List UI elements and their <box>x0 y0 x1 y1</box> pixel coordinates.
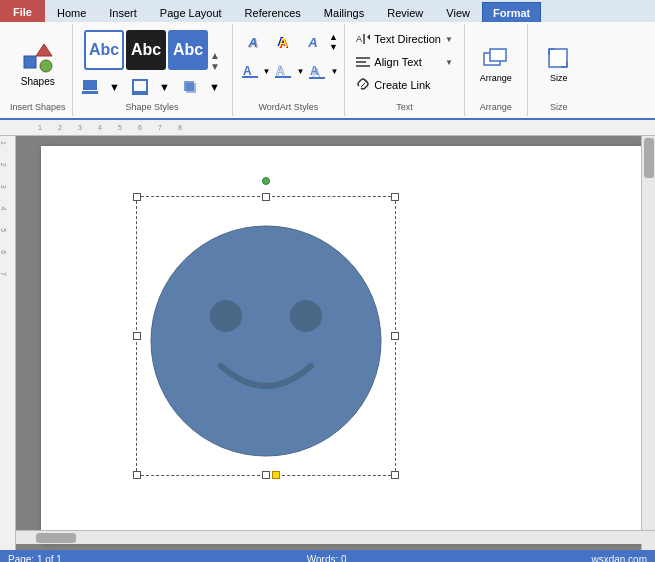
wordart-styles-group-label: WordArt Styles <box>259 100 319 112</box>
shape-styles-group-label: Shape Styles <box>126 100 179 112</box>
text-outline-arrow[interactable]: ▼ <box>296 67 304 76</box>
svg-rect-0 <box>24 56 36 68</box>
svg-rect-5 <box>133 80 147 92</box>
wordart-style-3[interactable]: A <box>299 28 327 56</box>
text-effects-arrow[interactable]: ▼ <box>330 67 338 76</box>
text-direction-arrow: ▼ <box>445 35 453 44</box>
text-outline-icon: A <box>275 63 291 79</box>
svg-rect-12 <box>275 76 291 78</box>
size-group-label: Size <box>550 100 568 112</box>
size-icon <box>545 45 573 73</box>
svg-point-2 <box>40 60 52 72</box>
wordart-styles-row: A A A ▲ ▼ <box>239 28 338 56</box>
word-count: Words: 0 <box>307 554 347 563</box>
shape-styles-more[interactable]: ▲ ▼ <box>210 28 220 72</box>
tab-format[interactable]: Format <box>482 2 541 22</box>
handle-top-left[interactable] <box>133 193 141 201</box>
tab-insert[interactable]: Insert <box>98 2 148 22</box>
shape-fill-arrow[interactable]: ▼ <box>104 76 126 98</box>
svg-text:A: A <box>356 34 362 44</box>
svg-text:A: A <box>276 64 285 78</box>
tab-mailings[interactable]: Mailings <box>313 2 375 22</box>
handle-bottom-right[interactable] <box>391 471 399 479</box>
text-outline-button[interactable]: A <box>272 60 294 82</box>
text-direction-button[interactable]: A Text Direction ▼ <box>351 28 458 50</box>
ribbon-group-shape-styles: Abc Abc Abc ▲ ▼ ▼ ▼ <box>73 24 233 116</box>
align-text-arrow: ▼ <box>445 58 453 67</box>
text-effects-button[interactable]: AA <box>306 60 328 82</box>
selection-box <box>136 196 396 476</box>
shape-outline-button[interactable] <box>129 76 151 98</box>
insert-shapes-group-label: Insert Shapes <box>10 100 66 112</box>
handle-yellow[interactable] <box>272 471 280 479</box>
arrange-group-label: Arrange <box>480 100 512 112</box>
handle-top-center[interactable] <box>262 193 270 201</box>
horizontal-ruler: 1 2 3 4 5 6 7 8 <box>0 120 655 136</box>
align-text-button[interactable]: Align Text ▼ <box>351 51 458 73</box>
ribbon-group-arrange: Arrange Arrange <box>465 24 528 116</box>
shapes-button[interactable]: Shapes <box>13 30 63 98</box>
ribbon-group-size: Size Size <box>528 24 590 116</box>
create-link-button[interactable]: Create Link <box>351 74 458 96</box>
size-label: Size <box>550 73 568 83</box>
size-button[interactable]: Size <box>534 34 584 94</box>
tab-file[interactable]: File <box>0 0 45 22</box>
ribbon-group-insert-shapes: Shapes Insert Shapes <box>4 24 73 116</box>
tab-review[interactable]: Review <box>376 2 434 22</box>
scroll-thumb-v[interactable] <box>644 138 654 178</box>
arrange-button[interactable]: Arrange <box>471 34 521 94</box>
vertical-scrollbar[interactable] <box>641 136 655 550</box>
wordart-style-1[interactable]: A <box>239 28 267 56</box>
website-label: wsxdan.com <box>591 554 647 563</box>
svg-rect-8 <box>186 83 196 93</box>
tab-home[interactable]: Home <box>46 2 97 22</box>
page-indicator: Page: 1 of 1 <box>8 554 62 563</box>
shape-outline-arrow[interactable]: ▼ <box>154 76 176 98</box>
create-link-icon <box>356 78 370 92</box>
svg-rect-10 <box>242 76 258 78</box>
ribbon-tab-bar: File Home Insert Page Layout References … <box>0 0 655 22</box>
ribbon-group-text: A Text Direction ▼ Align Text ▼ <box>345 24 465 116</box>
shapes-label: Shapes <box>21 76 55 87</box>
shape-style-1[interactable]: Abc <box>84 30 124 70</box>
handle-middle-left[interactable] <box>133 332 141 340</box>
text-fill-arrow[interactable]: ▼ <box>263 67 271 76</box>
tab-view[interactable]: View <box>435 2 481 22</box>
align-text-icon <box>356 55 370 69</box>
rotate-handle[interactable] <box>262 177 270 185</box>
wordart-style-2[interactable]: A <box>269 28 297 56</box>
handle-bottom-left[interactable] <box>133 471 141 479</box>
handle-middle-right[interactable] <box>391 332 399 340</box>
handle-bottom-center[interactable] <box>262 471 270 479</box>
horizontal-scrollbar[interactable] <box>16 530 655 544</box>
svg-rect-3 <box>83 80 97 90</box>
text-effects-icon: AA <box>309 63 325 79</box>
tab-references[interactable]: References <box>234 2 312 22</box>
handle-top-right[interactable] <box>391 193 399 201</box>
effects-icon <box>182 79 198 95</box>
shape-style-3[interactable]: Abc <box>168 30 208 70</box>
smiley-shape-container[interactable] <box>136 196 396 476</box>
shape-style-2[interactable]: Abc <box>126 30 166 70</box>
shape-effects-button[interactable] <box>179 76 201 98</box>
svg-rect-25 <box>549 49 567 67</box>
arrange-icon <box>482 45 510 73</box>
text-fill-button[interactable]: A <box>239 60 261 82</box>
svg-text:A: A <box>243 64 252 78</box>
ribbon-group-wordart: A A A ▲ ▼ A ▼ A ▼ AA ▼ <box>233 24 346 116</box>
document-page <box>41 146 645 540</box>
tab-page-layout[interactable]: Page Layout <box>149 2 233 22</box>
vertical-ruler: 1 2 3 4 5 6 7 <box>0 136 16 550</box>
svg-marker-18 <box>367 34 370 40</box>
shapes-icon <box>22 42 54 74</box>
scroll-thumb-h[interactable] <box>36 533 76 543</box>
shape-effects-arrow[interactable]: ▼ <box>204 76 226 98</box>
text-direction-icon: A <box>356 32 370 46</box>
svg-rect-15 <box>309 77 325 79</box>
wordart-more[interactable]: ▲ ▼ <box>329 32 338 52</box>
shape-fill-button[interactable] <box>79 76 101 98</box>
svg-rect-6 <box>132 93 148 95</box>
create-link-label: Create Link <box>374 79 453 91</box>
wordart-color-row: A ▼ A ▼ AA ▼ <box>239 58 339 84</box>
status-bar: Page: 1 of 1 Words: 0 wsxdan.com <box>0 550 655 562</box>
